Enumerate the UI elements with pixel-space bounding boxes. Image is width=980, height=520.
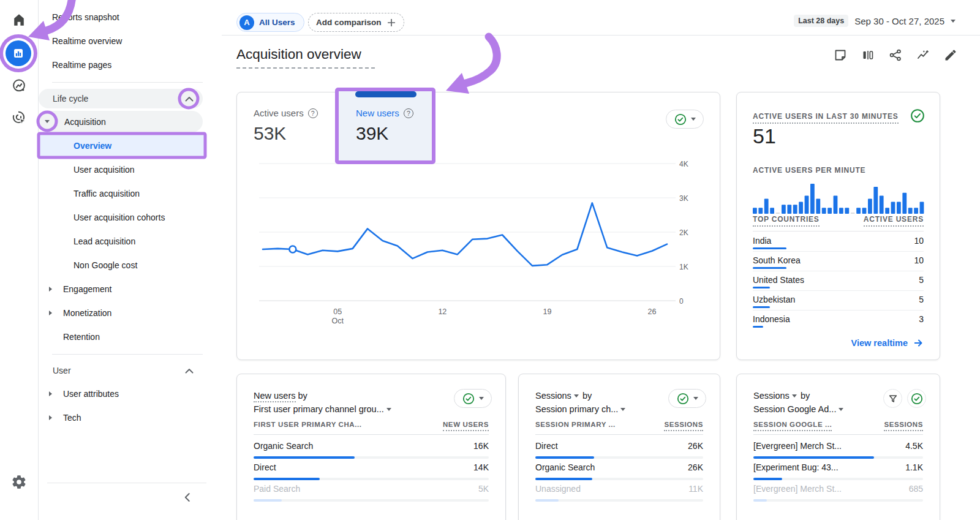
row-bar-fill [254, 499, 282, 502]
metric-header[interactable]: SESSIONS [664, 421, 703, 431]
view-realtime-link[interactable]: View realtime [851, 337, 924, 349]
data-quality-dropdown[interactable] [668, 389, 706, 408]
card-rows: Direct26KOrganic Search26KUnassigned11K [535, 438, 703, 502]
help-icon[interactable] [404, 108, 413, 118]
filter-icon [888, 393, 899, 404]
selected-tab-indicator [355, 91, 417, 97]
table-row-direct: Direct14K [254, 459, 489, 481]
card-connector: by [298, 391, 307, 401]
data-quality-dropdown[interactable] [454, 389, 492, 408]
country-row-uzbekistan: Uzbekistan5 [753, 291, 924, 311]
green-check-icon[interactable] [910, 108, 925, 123]
top-countries-header: TOP COUNTRIES [753, 215, 820, 227]
metric-header[interactable]: NEW USERS [443, 421, 489, 431]
sidebar-item-tech[interactable]: Tech [39, 405, 222, 429]
green-check-icon [911, 393, 923, 405]
share-icon[interactable] [888, 48, 903, 62]
item-label: Realtime pages [52, 60, 111, 70]
date-range-picker[interactable]: Last 28 days Sep 30 - Oct 27, 2025 [794, 15, 956, 27]
sidebar-item-user-attributes[interactable]: User attributes [39, 382, 222, 405]
sidebar-item-reports-snapshot[interactable]: Reports snapshot [39, 5, 222, 29]
segment-all-users[interactable]: A All Users [236, 13, 304, 32]
country-row-united-states: United States5 [753, 271, 924, 291]
dimension-caret-icon [839, 408, 843, 411]
tab-active-users[interactable]: Active users 53K [254, 108, 318, 144]
card-dimension[interactable]: Session primary ch... [535, 404, 618, 414]
insights-icon[interactable] [916, 48, 930, 62]
sidebar-item-user[interactable]: User [39, 360, 222, 382]
metric-caret-icon [574, 394, 579, 398]
header-divider [753, 434, 923, 435]
data-quality-button[interactable] [907, 389, 926, 408]
data-quality-dropdown[interactable] [666, 110, 704, 129]
sidebar-item-realtime-overview[interactable]: Realtime overview [39, 29, 222, 53]
sidebar-item-engagement[interactable]: Engagement [39, 277, 222, 301]
row-label: Paid Search [254, 484, 300, 494]
card-rows: [Evergreen] Merch St...4.5K[Experiment B… [753, 438, 923, 502]
sidebar-item-traffic-acquisition[interactable]: Traffic acquisition [39, 181, 222, 205]
row-value: 4.5K [905, 441, 923, 451]
caret-right-icon[interactable] [49, 287, 52, 292]
tab-new-users[interactable]: New users 39K [337, 90, 434, 163]
add-comparison-button[interactable]: Add comparison [308, 13, 404, 32]
metric-header[interactable]: SESSIONS [884, 421, 923, 431]
advertising-icon[interactable] [11, 110, 27, 126]
item-label: Tech [63, 413, 81, 423]
row-label: [Evergreen] Merch St... [753, 484, 842, 494]
card-metric[interactable]: New users [254, 391, 296, 402]
country-bar [753, 306, 770, 308]
row-bar-track [254, 499, 489, 502]
active-users-value: 53K [254, 123, 318, 144]
dimension-header[interactable]: FIRST USER PRIMARY CHA... [254, 421, 362, 431]
row-label: Organic Search [535, 462, 595, 472]
new-users-label: New users [356, 108, 399, 118]
admin-gear-icon[interactable] [11, 474, 27, 490]
caret-right-icon[interactable] [49, 391, 52, 396]
item-pill-bg [39, 111, 203, 132]
home-icon[interactable] [11, 12, 27, 28]
sidebar-item-user-acquisition-cohorts[interactable]: User acquisition cohorts [39, 205, 222, 229]
sidebar-item-monetization[interactable]: Monetization [39, 301, 222, 325]
sidebar-item-realtime-pages[interactable]: Realtime pages [39, 53, 222, 77]
comparison-icon[interactable] [861, 48, 875, 62]
card-dimension[interactable]: Session Google Ad... [753, 404, 836, 414]
sidebar-item-life-cycle[interactable]: Life cycle [39, 88, 222, 110]
reports-icon[interactable] [6, 40, 31, 66]
sidebar-item-non-google-cost[interactable]: Non Google cost [39, 253, 222, 277]
caret-down-icon[interactable] [45, 120, 50, 123]
sidebar-item-user-acquisition[interactable]: User acquisition [39, 157, 222, 181]
page-title-underline [236, 67, 375, 69]
dimension-header[interactable]: SESSION GOOGLE ... [753, 421, 832, 431]
note-icon[interactable] [833, 48, 848, 62]
caret-right-icon[interactable] [49, 415, 52, 420]
country-name: United States [753, 275, 804, 285]
sidebar-item-retention[interactable]: Retention [39, 325, 222, 349]
help-icon[interactable] [308, 108, 318, 118]
sessions-by-channel-card: Sessions by Session primary ch... SESSIO… [518, 374, 720, 520]
edit-icon[interactable] [943, 48, 958, 62]
collapse-sidebar-icon[interactable] [179, 489, 195, 505]
dimension-header[interactable]: SESSION PRIMARY ... [535, 421, 616, 431]
chevron-up-icon[interactable] [185, 368, 194, 374]
arrow-right-icon [913, 337, 924, 349]
country-row-india: India10 [753, 232, 924, 252]
sidebar-item-acquisition[interactable]: Acquisition [39, 110, 222, 134]
svg-text:Oct: Oct [331, 317, 344, 325]
row-value: 16K [473, 441, 489, 451]
card-dimension[interactable]: First user primary channel grou... [254, 404, 384, 414]
page-title: Acquisition overview [236, 47, 361, 62]
sidebar-item-lead-acquisition[interactable]: Lead acquisition [39, 229, 222, 253]
explore-icon[interactable] [11, 78, 27, 94]
dimension-caret-icon [386, 408, 391, 411]
card-metric[interactable]: Sessions [535, 391, 571, 401]
svg-text:19: 19 [543, 307, 551, 316]
table-row-direct: Direct26K [535, 438, 703, 459]
caret-down-icon [691, 118, 696, 121]
chevron-up-icon[interactable] [185, 96, 194, 102]
sidebar-item-overview[interactable]: Overview [39, 134, 222, 157]
row-value: 1.1K [905, 462, 923, 472]
filter-button[interactable] [883, 389, 902, 408]
row-bar-track [535, 456, 703, 459]
card-metric[interactable]: Sessions [753, 391, 790, 401]
caret-right-icon[interactable] [49, 311, 52, 315]
